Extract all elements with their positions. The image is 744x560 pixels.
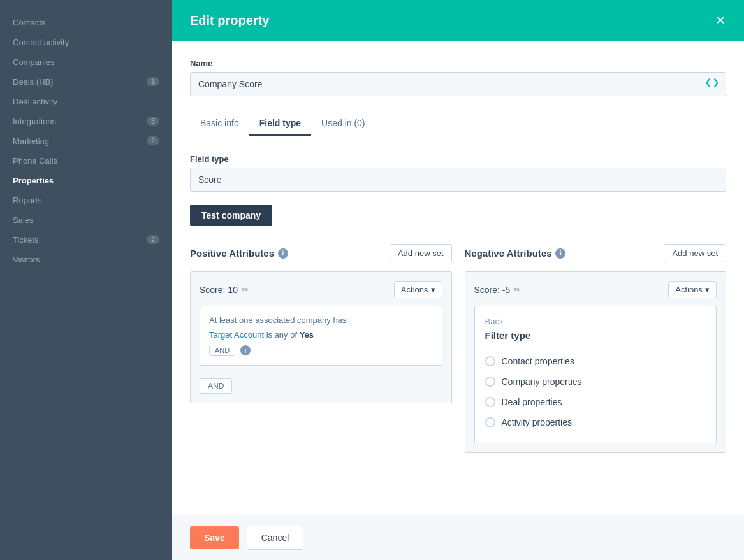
negative-info-icon[interactable]: i xyxy=(555,248,565,259)
positive-and-badge: AND xyxy=(209,345,235,356)
positive-filter-card: At least one associated company has Targ… xyxy=(200,306,442,366)
positive-filter-value: Yes xyxy=(300,330,314,340)
negative-add-new-set-button[interactable]: Add new set xyxy=(664,244,726,262)
positive-filter-and-row: AND i xyxy=(209,345,433,356)
radio-deal-properties[interactable]: Deal properties xyxy=(485,392,706,412)
radio-activity-properties[interactable]: Activity properties xyxy=(485,412,706,433)
radio-circle-activity xyxy=(485,417,495,427)
positive-score-label: Score: 10 ✏ xyxy=(200,285,249,295)
positive-score-card: Score: 10 ✏ Actions ▾ At least one assoc… xyxy=(190,271,452,403)
test-company-button[interactable]: Test company xyxy=(190,205,272,226)
positive-attributes-header: Positive Attributes i Add new set xyxy=(190,244,452,262)
name-input-wrapper xyxy=(190,72,726,96)
filter-type-panel: Back Filter type Contact properties Comp… xyxy=(474,306,717,443)
radio-contact-properties[interactable]: Contact properties xyxy=(485,351,706,371)
radio-label-company: Company properties xyxy=(502,377,582,387)
filter-type-title: Filter type xyxy=(485,330,706,341)
radio-circle-company xyxy=(485,377,495,387)
back-link[interactable]: Back xyxy=(485,317,706,326)
negative-score-edit-icon[interactable]: ✏ xyxy=(514,285,521,294)
tab-used-in[interactable]: Used in (0) xyxy=(311,111,375,136)
positive-info-icon[interactable]: i xyxy=(278,248,288,259)
edit-property-modal: Edit property ✕ Name Basic info Field ty… xyxy=(172,0,744,560)
positive-and-button-wrapper: AND xyxy=(200,372,442,394)
attributes-row: Positive Attributes i Add new set Score:… xyxy=(190,244,726,466)
radio-label-contact: Contact properties xyxy=(502,356,574,366)
positive-filter-info-icon[interactable]: i xyxy=(240,345,251,355)
positive-score-edit-icon[interactable]: ✏ xyxy=(242,285,249,294)
radio-label-activity: Activity properties xyxy=(502,417,572,427)
positive-actions-chevron-icon: ▾ xyxy=(431,285,435,294)
negative-score-card: Score: -5 ✏ Actions ▾ Back Filter type xyxy=(465,271,727,453)
modal-header: Edit property ✕ xyxy=(172,0,744,41)
positive-score-header: Score: 10 ✏ Actions ▾ xyxy=(200,281,442,298)
code-icon[interactable] xyxy=(706,78,718,90)
positive-actions-button[interactable]: Actions ▾ xyxy=(394,281,442,298)
negative-actions-button[interactable]: Actions ▾ xyxy=(668,281,717,298)
tabs: Basic info Field type Used in (0) xyxy=(190,111,726,136)
negative-score-label: Score: -5 ✏ xyxy=(474,285,522,295)
negative-actions-chevron-icon: ▾ xyxy=(705,285,710,294)
positive-attributes-col: Positive Attributes i Add new set Score:… xyxy=(190,244,452,453)
positive-attributes-title: Positive Attributes i xyxy=(190,248,288,259)
tab-basic-info[interactable]: Basic info xyxy=(190,111,249,136)
modal-body: Name Basic info Field type Used in (0) F… xyxy=(172,41,744,515)
name-label: Name xyxy=(190,59,726,68)
modal-overlay: Edit property ✕ Name Basic info Field ty… xyxy=(0,0,744,560)
positive-filter-property[interactable]: Target Account xyxy=(209,330,264,340)
negative-attributes-col: Negative Attributes i Add new set Score:… xyxy=(465,244,727,453)
modal-close-button[interactable]: ✕ xyxy=(715,14,726,27)
modal-title: Edit property xyxy=(190,13,269,28)
name-input[interactable] xyxy=(190,72,726,96)
radio-label-deal: Deal properties xyxy=(502,397,562,407)
save-button[interactable]: Save xyxy=(190,526,239,549)
radio-company-properties[interactable]: Company properties xyxy=(485,371,706,392)
tab-field-type[interactable]: Field type xyxy=(249,111,311,136)
positive-filter-description: At least one associated company has xyxy=(209,315,433,325)
radio-circle-deal xyxy=(485,397,495,407)
positive-and-button[interactable]: AND xyxy=(200,378,232,394)
cancel-button[interactable]: Cancel xyxy=(247,526,304,550)
positive-filter-condition: Target Account is any of Yes xyxy=(209,330,433,340)
field-type-label: Field type xyxy=(190,154,726,164)
negative-score-header: Score: -5 ✏ Actions ▾ xyxy=(474,281,717,298)
radio-circle-contact xyxy=(485,356,495,366)
field-type-display: Score xyxy=(190,168,726,192)
modal-footer: Save Cancel xyxy=(172,515,744,560)
negative-attributes-title: Negative Attributes i xyxy=(465,248,566,259)
positive-add-new-set-button[interactable]: Add new set xyxy=(390,244,452,262)
negative-attributes-header: Negative Attributes i Add new set xyxy=(465,244,727,262)
